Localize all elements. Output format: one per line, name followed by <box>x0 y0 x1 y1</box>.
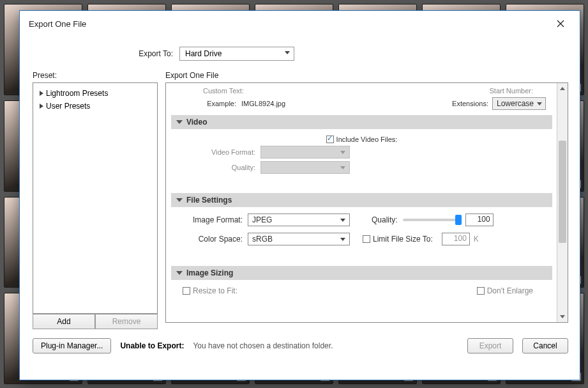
limit-file-size-unit: K <box>474 235 479 244</box>
limit-file-size-label: Limit File Size To: <box>373 235 433 244</box>
export-to-value: Hard Drive <box>185 49 222 58</box>
video-format-select <box>260 146 350 159</box>
error-title: Unable to Export: <box>120 341 184 350</box>
video-format-label: Video Format: <box>171 148 260 156</box>
preset-list[interactable]: Lightroom Presets User Presets <box>33 82 158 314</box>
include-video-label: Include Video Files: <box>336 136 398 143</box>
color-space-label: Color Space: <box>171 235 248 244</box>
scroll-down-icon[interactable] <box>557 311 568 322</box>
chevron-down-icon <box>176 120 183 124</box>
export-to-label: Export To: <box>33 49 173 58</box>
close-icon <box>557 20 564 27</box>
section-image-sizing[interactable]: Image Sizing <box>171 266 552 280</box>
chevron-right-icon <box>40 104 43 109</box>
section-title: Video <box>186 118 207 127</box>
preset-label: Preset: <box>33 71 158 80</box>
scrollbar[interactable] <box>557 83 568 322</box>
chevron-down-icon <box>176 198 183 202</box>
image-format-label: Image Format: <box>171 215 248 224</box>
plugin-manager-button[interactable]: Plug-in Manager... <box>33 338 111 353</box>
bottom-bar: Plug-in Manager... Unable to Export: You… <box>33 338 568 353</box>
include-video-checkbox[interactable] <box>326 136 334 143</box>
video-quality-select <box>260 161 350 174</box>
dont-enlarge-label: Don't Enlarge <box>487 286 533 295</box>
preset-item-label: Lightroom Presets <box>46 89 108 98</box>
export-to-row: Export To: Hard Drive <box>33 47 568 61</box>
quality-label: Quality: <box>372 215 398 224</box>
quality-slider[interactable] <box>403 219 460 221</box>
color-space-select[interactable]: sRGB <box>248 233 350 245</box>
settings-label: Export One File <box>165 71 568 80</box>
scroll-up-icon[interactable] <box>557 83 568 94</box>
remove-preset-button[interactable]: Remove <box>95 314 158 329</box>
preset-item[interactable]: User Presets <box>36 100 155 113</box>
section-title: Image Sizing <box>186 268 233 277</box>
example-value: IMGL8924.jpg <box>241 100 285 107</box>
extensions-label: Extensions: <box>452 100 488 107</box>
slider-handle[interactable] <box>455 215 462 225</box>
section-video[interactable]: Video <box>171 115 552 129</box>
resize-checkbox[interactable] <box>183 287 190 295</box>
preset-item-label: User Presets <box>46 102 90 111</box>
image-format-select[interactable]: JPEG <box>248 213 350 226</box>
cancel-button[interactable]: Cancel <box>522 338 568 353</box>
limit-file-size-checkbox[interactable] <box>363 235 370 243</box>
quality-input[interactable]: 100 <box>465 213 494 226</box>
example-label: Example: <box>171 100 241 107</box>
export-dialog: Export One File Export To: Hard Drive Pr… <box>19 10 580 380</box>
video-quality-label: Quality: <box>171 164 260 171</box>
chevron-down-icon <box>285 51 290 54</box>
limit-file-size-input[interactable]: 100 <box>442 233 470 245</box>
titlebar: Export One File <box>20 11 580 35</box>
start-number-label: Start Number: <box>490 87 533 95</box>
error-message: You have not chosen a destination folder… <box>193 341 333 350</box>
section-title: File Settings <box>186 196 232 205</box>
add-preset-button[interactable]: Add <box>33 314 95 329</box>
chevron-down-icon <box>176 271 183 275</box>
preset-item[interactable]: Lightroom Presets <box>36 87 155 100</box>
scroll-thumb[interactable] <box>559 141 566 243</box>
dialog-title: Export One File <box>29 19 86 29</box>
settings-pane: Custom Text: Start Number: Example: IMGL… <box>165 82 568 323</box>
export-to-select[interactable]: Hard Drive <box>179 47 294 61</box>
dont-enlarge-checkbox[interactable] <box>477 287 485 295</box>
extensions-select[interactable]: Lowercase <box>492 97 546 110</box>
chevron-right-icon <box>40 91 43 96</box>
custom-text-label: Custom Text: <box>203 87 244 95</box>
export-button[interactable]: Export <box>467 338 513 353</box>
section-file-settings[interactable]: File Settings <box>171 193 552 207</box>
resize-label: Resize to Fit: <box>193 286 237 295</box>
close-button[interactable] <box>548 15 573 33</box>
